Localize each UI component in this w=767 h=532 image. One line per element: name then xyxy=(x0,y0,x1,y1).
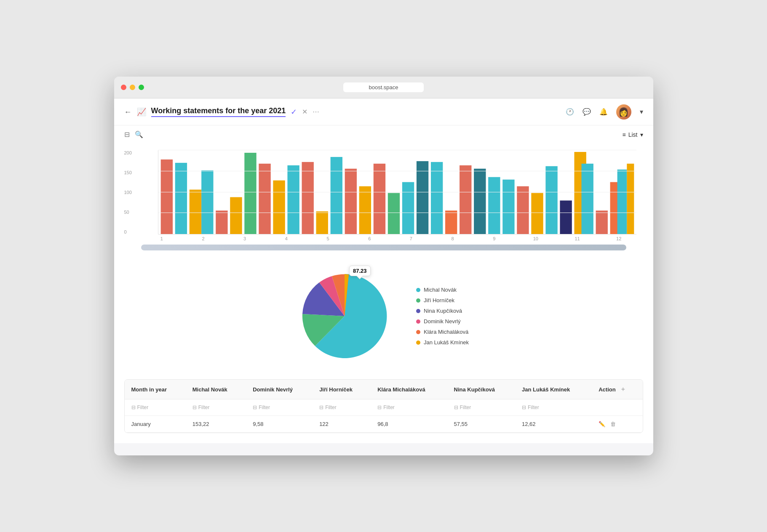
window-controls xyxy=(121,85,144,90)
filter-jiri: ⊟ Filter xyxy=(313,399,371,416)
chat-icon[interactable]: 💬 xyxy=(583,108,591,116)
back-button[interactable]: ← xyxy=(124,108,132,116)
minimize-dot[interactable] xyxy=(130,85,135,90)
pie-section: 87,23 xyxy=(124,257,643,371)
cell-dominik-january: 9,58 xyxy=(246,416,313,433)
chart-icon: 📈 xyxy=(137,107,146,117)
legend-label-jan: Jan Lukáš Kmínek xyxy=(424,339,469,346)
legend-item-klara: Klára Michaláková xyxy=(416,329,469,335)
search-icon[interactable]: 🔍 xyxy=(135,130,143,138)
pie-tooltip: 87,23 xyxy=(349,266,371,276)
legend-dot-dominik xyxy=(416,319,420,324)
more-options-button[interactable]: ⋯ xyxy=(313,108,319,116)
filter-funnel-icon-dominik: ⊟ xyxy=(253,404,257,410)
filter-nina: ⊟ Filter xyxy=(447,399,515,416)
action-buttons-january: ✏️ 🗑 xyxy=(599,421,636,427)
notification-icon[interactable]: 🔔 xyxy=(599,108,608,116)
col-header-month: Month in year xyxy=(125,380,186,399)
filter-row: ⊟ Filter ⊟ Filter ⊟ xyxy=(125,399,643,416)
legend-dot-jan xyxy=(416,340,420,345)
cell-nina-january: 57,55 xyxy=(447,416,515,433)
filter-label-jiri[interactable]: Filter xyxy=(325,404,337,410)
table-header-row: Month in year Michal Novák Dominik Nevrl… xyxy=(125,380,643,399)
col-header-jan: Jan Lukáš Kmínek xyxy=(515,380,592,399)
view-list-button[interactable]: ≡ List ▾ xyxy=(623,131,643,138)
col-header-michal: Michal Novák xyxy=(186,380,246,399)
legend-label-michal: Michal Novák xyxy=(424,287,457,293)
x-label-1: 1 xyxy=(141,236,183,241)
cell-action-january: ✏️ 🗑 xyxy=(592,416,642,433)
add-column-button[interactable]: ＋ xyxy=(620,386,626,393)
y-label-150: 150 xyxy=(124,170,132,175)
filter-klara: ⊟ Filter xyxy=(371,399,447,416)
filter-michal: ⊟ Filter xyxy=(186,399,246,416)
y-label-0: 0 xyxy=(124,229,132,234)
cancel-button[interactable]: ✕ xyxy=(302,108,307,116)
legend-dot-michal xyxy=(416,288,420,292)
header-left: ← 📈 Working statements for the year 2021… xyxy=(124,106,320,117)
filter-funnel-icon-month: ⊟ xyxy=(131,404,136,410)
cell-klara-january: 96,8 xyxy=(371,416,447,433)
cell-jan-january: 12,62 xyxy=(515,416,592,433)
legend-dot-klara xyxy=(416,330,420,334)
legend-label-nina: Nina Kupčíková xyxy=(424,308,462,314)
col-header-nina: Nina Kupčíková xyxy=(447,380,515,399)
table-row-january: January 153,22 9,58 122 96,8 57,55 12,62… xyxy=(125,416,643,433)
history-icon[interactable]: 🕐 xyxy=(566,108,574,116)
avatar[interactable]: 👩 xyxy=(616,104,631,120)
filter-label-dominik[interactable]: Filter xyxy=(259,404,270,410)
pie-tooltip-value: 87,23 xyxy=(353,268,367,274)
chart-scrollbar[interactable] xyxy=(141,245,626,250)
filter-funnel-icon-nina: ⊟ xyxy=(454,404,458,410)
url-bar[interactable]: boost.space xyxy=(343,82,423,92)
y-label-50: 50 xyxy=(124,210,132,215)
filter-dominik: ⊟ Filter xyxy=(246,399,313,416)
y-axis-labels: 0 50 100 150 200 xyxy=(124,150,132,234)
bar-chart-area xyxy=(158,150,636,234)
legend-label-klara: Klára Michaláková xyxy=(424,329,468,335)
cell-jiri-january: 122 xyxy=(313,416,371,433)
filter-funnel-icon-jiri: ⊟ xyxy=(319,404,323,410)
edit-button-january[interactable]: ✏️ xyxy=(599,421,605,427)
legend-item-jiri: Jiří Horníček xyxy=(416,297,469,303)
list-chevron-icon: ▾ xyxy=(640,131,643,138)
data-table: Month in year Michal Novák Dominik Nevrl… xyxy=(124,379,643,433)
filter-label-michal[interactable]: Filter xyxy=(198,404,210,410)
x-axis-labels: 1 2 3 4 5 6 7 8 9 10 11 12 xyxy=(141,234,640,241)
y-label-200: 200 xyxy=(124,150,132,155)
close-dot[interactable] xyxy=(121,85,126,90)
filter-label-month[interactable]: Filter xyxy=(137,404,149,410)
main-content: 0 50 100 150 200 xyxy=(114,144,653,443)
x-label-5: 5 xyxy=(307,236,349,241)
app-header: ← 📈 Working statements for the year 2021… xyxy=(114,98,653,125)
toolbar-left: ⊟ 🔍 xyxy=(124,130,143,138)
page-title: Working statements for the year 2021 xyxy=(151,106,286,117)
col-header-klara: Klára Michaláková xyxy=(371,380,447,399)
legend-dot-nina xyxy=(416,309,420,313)
filter-label-klara[interactable]: Filter xyxy=(383,404,395,410)
legend-label-dominik: Dominik Nevrlý xyxy=(424,318,460,325)
toolbar: ⊟ 🔍 ≡ List ▾ xyxy=(114,125,653,144)
filter-month: ⊟ Filter xyxy=(125,399,186,416)
legend-item-michal: Michal Novák xyxy=(416,287,469,293)
x-label-10: 10 xyxy=(515,236,557,241)
header-right: 🕐 💬 🔔 👩 ▾ xyxy=(566,104,643,120)
filter-funnel-icon-klara: ⊟ xyxy=(377,404,382,410)
maximize-dot[interactable] xyxy=(139,85,144,90)
x-label-9: 9 xyxy=(473,236,515,241)
grid-line-200 xyxy=(158,150,636,150)
x-label-3: 3 xyxy=(224,236,266,241)
cell-michal-january: 153,22 xyxy=(186,416,246,433)
filter-icon[interactable]: ⊟ xyxy=(124,130,130,138)
filter-label-jan[interactable]: Filter xyxy=(528,404,539,410)
confirm-button[interactable]: ✓ xyxy=(291,107,297,117)
legend-item-dominik: Dominik Nevrlý xyxy=(416,318,469,325)
action-label: Action xyxy=(599,386,615,393)
delete-button-january[interactable]: 🗑 xyxy=(610,421,616,427)
filter-funnel-icon-michal: ⊟ xyxy=(192,404,197,410)
col-header-dominik: Dominik Nevrlý xyxy=(246,380,313,399)
app-window: boost.space ← 📈 Working statements for t… xyxy=(114,77,653,455)
profile-chevron-icon[interactable]: ▾ xyxy=(640,108,643,116)
filter-label-nina[interactable]: Filter xyxy=(460,404,471,410)
legend-label-jiri: Jiří Horníček xyxy=(424,297,454,303)
